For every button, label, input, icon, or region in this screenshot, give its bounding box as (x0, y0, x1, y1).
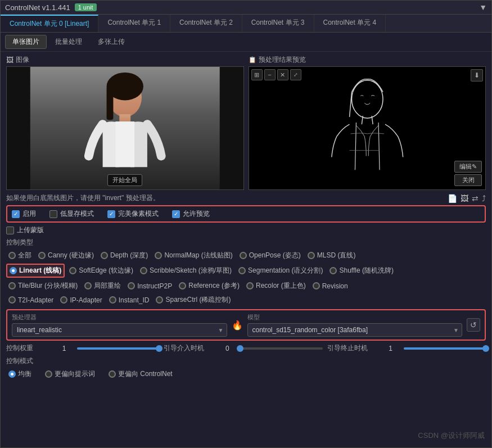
radio-label-openpose: OpenPose (姿态) (249, 251, 301, 260)
svg-rect-5 (115, 121, 134, 167)
radio-lineart[interactable]: Lineart (线稿) (6, 264, 65, 278)
link-icon[interactable]: ⤴ (482, 194, 486, 203)
preview-expand[interactable]: ⤢ (290, 69, 301, 80)
edit-btn[interactable]: 编辑✎ (454, 161, 482, 173)
radio-openpose[interactable]: OpenPose (姿态) (237, 250, 303, 261)
control-mode-section: 控制模式 均衡 更偏向提示词 更偏向 ControlNet (6, 356, 486, 380)
low-mem-cb (49, 210, 57, 218)
model-select[interactable]: control_sd15_random_color [3afa6fba] (247, 323, 463, 337)
radio-ip2p[interactable]: InstructP2P (125, 280, 174, 292)
model-section: 模型 control_sd15_random_color [3afa6fba] … (247, 313, 463, 337)
info-text-row: 如果使用白底黑线图片，请使用 "invert" 预处理器。 📄 🖼 ⇄ ⤴ (6, 193, 486, 203)
radio-dot-sparsectrl (156, 296, 163, 304)
radio-canny[interactable]: Canny (硬边缘) (36, 250, 96, 261)
mode-controlnet[interactable]: 更偏向 ControlNet (106, 368, 175, 380)
control-row-1: 全部 Canny (硬边缘) Depth (深度) NormalMap (法线贴… (6, 250, 486, 261)
radio-scribble[interactable]: Scribble/Sketch (涂鸦/草图) (138, 264, 234, 278)
tabs-row: ControlNet 单元 0 [Lineart] ControlNet 单元 … (1, 15, 491, 33)
reload-model-btn[interactable]: ↺ (467, 318, 480, 332)
weight-label: 控制权重 (6, 343, 51, 353)
radio-label-softedge: SoftEdge (软边缘) (79, 266, 133, 275)
radio-segmentation[interactable]: Segmentation (语义分割) (236, 264, 325, 278)
radio-label-normalmap: NormalMap (法线贴图) (164, 251, 232, 260)
header: ControlNet v1.1.441 1 unit ▼ (1, 1, 491, 15)
radio-inpaint[interactable]: 局部重绘 (82, 280, 123, 292)
header-left: ControlNet v1.1.441 1 unit (5, 3, 97, 12)
radio-all[interactable]: 全部 (6, 250, 34, 261)
tab-4[interactable]: ControlNet 单元 4 (314, 15, 386, 32)
radio-label-tileblur: Tile/Blur (分块/模糊) (18, 281, 78, 291)
subtab-1[interactable]: 批量处理 (48, 35, 89, 49)
preproc-select-wrapper: lineart_realistic ▼ (12, 323, 227, 337)
mode-balanced[interactable]: 均衡 (6, 368, 34, 380)
radio-recolor[interactable]: Recolor (重上色) (244, 280, 308, 292)
radio-ipadapter[interactable]: IP-Adapter (58, 294, 104, 306)
control-row-3: Tile/Blur (分块/模糊) 局部重绘 InstructP2P Refer… (6, 280, 486, 292)
close-btn[interactable]: 关闭 (454, 174, 482, 186)
weight-fill (77, 347, 159, 350)
weight-thumb[interactable] (156, 345, 163, 352)
end-fill (404, 347, 486, 350)
download-btn[interactable]: ⬇ (471, 69, 483, 82)
allow-preview-checkbox[interactable]: 允许预览 (172, 209, 210, 219)
subtab-2[interactable]: 多张上传 (91, 35, 132, 49)
radio-reference[interactable]: Reference (参考) (177, 280, 242, 292)
radio-depth[interactable]: Depth (深度) (98, 250, 150, 261)
radio-normalmap[interactable]: NormalMap (法线贴图) (152, 250, 234, 261)
subtab-0[interactable]: 单张图片 (5, 35, 47, 49)
start-track[interactable] (240, 347, 322, 350)
mode-balanced-dot (8, 370, 16, 378)
radio-dot-recolor (246, 282, 254, 289)
radio-instantid[interactable]: Instant_ID (107, 294, 152, 306)
radio-dot-lineart (10, 267, 17, 274)
mode-prompt[interactable]: 更偏向提示词 (43, 368, 97, 380)
edit-close-btns: 编辑✎ 关闭 (454, 161, 482, 186)
preview-zoom-fit[interactable]: ⊞ (251, 69, 263, 80)
radio-shuffle[interactable]: Shuffle (随机洗牌) (327, 264, 395, 278)
preview-close[interactable]: ✕ (277, 69, 288, 80)
end-track[interactable] (404, 347, 486, 350)
radio-sparsectrl[interactable]: SparseCtrl (稀疏控制) (154, 294, 233, 306)
tab-2[interactable]: ControlNet 单元 2 (170, 15, 242, 32)
enable-checkbox[interactable]: 启用 (12, 209, 36, 219)
radio-revision[interactable]: Revision (310, 280, 350, 292)
mode-controlnet-label: 更偏向 ControlNet (118, 369, 173, 379)
radio-dot-mlsd (308, 252, 315, 259)
tab-0[interactable]: ControlNet 单元 0 [Lineart] (1, 15, 98, 32)
start-thumb[interactable] (237, 345, 243, 352)
perfect-pixel-checkbox[interactable]: 完美像素模式 (107, 209, 159, 219)
control-row-2: Lineart (线稿) SoftEdge (软边缘) Scribble/Ske… (6, 264, 486, 278)
radio-mlsd[interactable]: MLSD (直线) (305, 250, 358, 261)
radio-softedge[interactable]: SoftEdge (软边缘) (67, 264, 136, 278)
model-mini-label: 模型 (247, 313, 463, 322)
refresh-icon[interactable]: ⇄ (472, 194, 479, 203)
input-image-box[interactable]: 开始全局 (6, 66, 244, 190)
radio-label-t2i: T2I-Adapter (18, 296, 53, 304)
radio-dot-depth (101, 252, 108, 259)
file-icon[interactable]: 📄 (448, 194, 457, 203)
preview-controls: ⊞ − ✕ ⤢ (251, 69, 301, 80)
tab-3[interactable]: ControlNet 单元 3 (242, 15, 314, 32)
radio-label-shuffle: Shuffle (随机洗牌) (339, 266, 393, 275)
header-arrow[interactable]: ▼ (479, 3, 487, 12)
preview-zoom-out[interactable]: − (264, 69, 276, 80)
radio-t2i[interactable]: T2I-Adapter (6, 294, 56, 306)
radio-dot-scribble (140, 267, 147, 274)
radio-dot-segmentation (238, 267, 246, 274)
image-icon[interactable]: 🖼 (461, 194, 468, 203)
open-folder-btn[interactable]: 开始全局 (107, 174, 142, 186)
perfect-pixel-cb (107, 210, 115, 218)
radio-tileblur[interactable]: Tile/Blur (分块/模糊) (6, 280, 80, 292)
watermark: CSDN @设计师阿威 (418, 431, 485, 441)
preprocessor-select[interactable]: lineart_realistic (12, 323, 227, 337)
weight-track[interactable] (77, 347, 159, 350)
radio-dot-reference (179, 282, 186, 289)
end-thumb[interactable] (482, 345, 489, 352)
upload-mask-cb[interactable] (6, 227, 14, 234)
control-mode-row: 均衡 更偏向提示词 更偏向 ControlNet (6, 368, 486, 380)
radio-label-canny: Canny (硬边缘) (48, 251, 94, 260)
low-mem-checkbox[interactable]: 低显存模式 (49, 209, 94, 219)
unit-badge: 1 unit (75, 3, 97, 11)
radio-label-sparsectrl: SparseCtrl (稀疏控制) (165, 295, 231, 305)
tab-1[interactable]: ControlNet 单元 1 (98, 15, 170, 32)
